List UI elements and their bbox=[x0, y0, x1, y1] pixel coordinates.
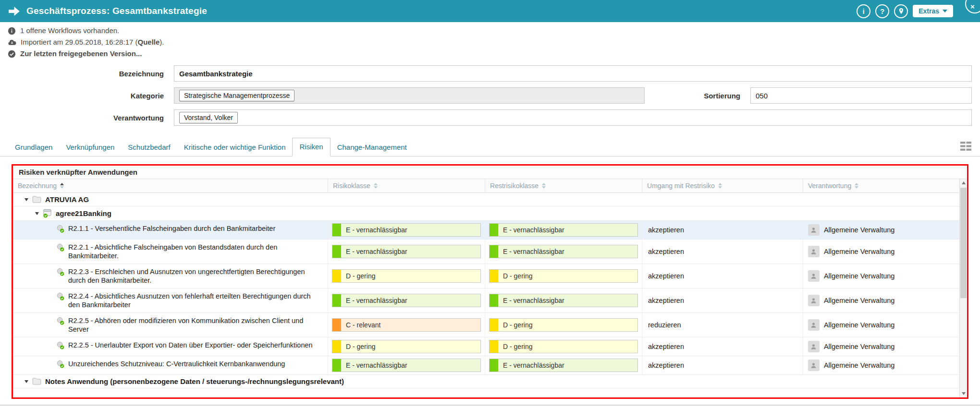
handling-label: akzeptieren bbox=[648, 248, 684, 255]
tree-group-row[interactable]: ATRUVIA AG bbox=[13, 193, 959, 206]
tab-grundlagen[interactable]: Grundlagen bbox=[8, 139, 59, 156]
responsible-cell: Allgemeine Verwaltung bbox=[803, 313, 959, 337]
sort-icons[interactable] bbox=[542, 183, 546, 189]
risk-class-swatch bbox=[332, 340, 341, 353]
responsible-label: Allgemeine Verwaltung bbox=[824, 272, 895, 280]
risk-name: R2.2.5 - Abhören oder modifizieren von K… bbox=[68, 316, 323, 334]
scroll-down-button[interactable] bbox=[960, 390, 967, 397]
close-button[interactable]: × bbox=[965, 0, 980, 13]
column-label: Bezeichnung bbox=[18, 182, 57, 190]
residual-class-label: D - gering bbox=[498, 272, 532, 280]
residual-class-swatch bbox=[490, 340, 498, 353]
risk-class-label: E - vernachlässigbar bbox=[341, 361, 407, 369]
workflow-notice-text: 1 offene Workflows vorhanden. bbox=[20, 26, 119, 36]
residual-class-cell: D - gering bbox=[485, 264, 642, 288]
risk-name-cell: R2.2.4 - Absichtliches Ausnutzen von feh… bbox=[13, 288, 328, 312]
risk-table-header: Bezeichnung Risikoklasse Restrisikoklass… bbox=[13, 179, 959, 193]
version-link[interactable]: Zur letzten freigegebenen Version... bbox=[20, 49, 142, 59]
page-title: Geschäftsprozess: Gesamtbankstrategie bbox=[26, 6, 207, 16]
risk-check-icon bbox=[56, 317, 65, 325]
risk-name: R2.1.1 - Versehentliche Falscheingaben d… bbox=[68, 224, 275, 233]
risk-row[interactable]: R2.2.5 - Abhören oder modifizieren von K… bbox=[13, 313, 959, 337]
risk-row[interactable]: Unzureichendes Schutzniveau: C-Vertrauli… bbox=[13, 356, 959, 375]
risk-name: R2.2.4 - Absichtliches Ausnutzen von feh… bbox=[68, 292, 323, 309]
help-button[interactable]: ? bbox=[875, 4, 889, 18]
column-header-verantwortung[interactable]: Verantwortung bbox=[803, 179, 959, 192]
residual-class-swatch bbox=[490, 319, 498, 331]
info-button[interactable]: i bbox=[857, 4, 870, 18]
risk-class-cell: E - vernachlässigbar bbox=[328, 288, 485, 312]
sort-icons[interactable] bbox=[374, 183, 378, 189]
extras-label: Extras bbox=[919, 7, 939, 15]
import-source-link[interactable]: Quelle bbox=[137, 38, 159, 46]
tree-group-row[interactable]: agree21Banking bbox=[13, 206, 959, 221]
risk-class-label: E - vernachlässigbar bbox=[341, 226, 407, 234]
tab-change-management[interactable]: Change-Management bbox=[331, 139, 414, 156]
tab-kritische-funktion[interactable]: Kritische oder wichtige Funktion bbox=[177, 139, 293, 156]
info-circle-icon bbox=[8, 27, 16, 35]
tab-risiken[interactable]: Risiken bbox=[292, 138, 330, 156]
verantwortung-label: Verantwortung bbox=[0, 114, 174, 122]
verantwortung-field[interactable]: Vorstand, Volker bbox=[174, 109, 972, 126]
risk-row[interactable]: R2.2.3 - Erschleichen und Ausnutzen von … bbox=[13, 264, 959, 288]
hint-pin-button[interactable] bbox=[894, 4, 908, 18]
pin-icon bbox=[898, 8, 905, 14]
collapse-caret-icon[interactable] bbox=[35, 212, 39, 215]
responsible-label: Allgemeine Verwaltung bbox=[824, 321, 895, 329]
sortierung-label: Sortierung bbox=[645, 92, 750, 100]
risk-class-cell: D - gering bbox=[328, 337, 485, 356]
app-window: Geschäftsprozess: Gesamtbankstrategie i … bbox=[0, 0, 980, 408]
responsible-label: Allgemeine Verwaltung bbox=[824, 297, 895, 304]
residual-class-label: E - vernachlässigbar bbox=[498, 361, 564, 369]
risk-name-cell: R2.2.3 - Erschleichen und Ausnutzen von … bbox=[13, 264, 328, 288]
risk-row[interactable]: R2.2.5 - Unerlaubter Export von Daten üb… bbox=[13, 337, 959, 356]
layout-grid-button[interactable] bbox=[960, 141, 972, 151]
bezeichnung-row: Bezeichnung Gesamtbankstrategie bbox=[0, 65, 972, 82]
handling-cell: akzeptieren bbox=[642, 264, 803, 288]
tree-group-row[interactable]: Notes Anwendung (personenbezogene Daten … bbox=[13, 375, 959, 388]
risk-check-icon bbox=[56, 243, 65, 252]
folder-icon bbox=[32, 196, 41, 203]
collapse-caret-icon[interactable] bbox=[24, 380, 28, 383]
sort-icons[interactable] bbox=[60, 183, 64, 189]
scroll-down-icon bbox=[962, 392, 966, 395]
risk-name: R2.2.5 - Unerlaubter Export von Daten üb… bbox=[68, 341, 313, 349]
person-icon bbox=[808, 224, 820, 236]
vertical-scrollbar[interactable] bbox=[959, 179, 967, 397]
sort-icons[interactable] bbox=[855, 183, 858, 189]
residual-class-cell: E - vernachlässigbar bbox=[485, 288, 642, 312]
scroll-up-button[interactable] bbox=[960, 179, 967, 187]
tab-verknuepfungen[interactable]: Verknüpfungen bbox=[59, 139, 121, 156]
column-header-restrisikoklasse[interactable]: Restrisikoklasse bbox=[485, 179, 642, 192]
risk-row[interactable]: R2.2.1 - Absichtliche Falscheingaben von… bbox=[13, 240, 959, 264]
column-header-risikoklasse[interactable]: Risikoklasse bbox=[328, 179, 485, 192]
extras-button[interactable]: Extras bbox=[913, 5, 953, 17]
residual-class-label: E - vernachlässigbar bbox=[498, 297, 564, 304]
sortierung-field[interactable]: 050 bbox=[750, 87, 972, 104]
bezeichnung-label: Bezeichnung bbox=[0, 70, 174, 78]
bezeichnung-field[interactable]: Gesamtbankstrategie bbox=[174, 65, 972, 82]
residual-class-label: D - gering bbox=[498, 343, 532, 350]
collapse-caret-icon[interactable] bbox=[24, 198, 28, 201]
sort-icons[interactable] bbox=[718, 183, 722, 189]
column-header-umgang[interactable]: Umgang mit Restrisiko bbox=[642, 179, 803, 192]
risk-row[interactable]: R2.1.1 - Versehentliche Falscheingaben d… bbox=[13, 221, 959, 240]
import-notice-suffix: ). bbox=[159, 38, 164, 46]
risk-check-icon bbox=[56, 341, 65, 350]
scrollbar-thumb[interactable] bbox=[960, 188, 967, 298]
kategorie-field[interactable]: Strategische Managementprozesse bbox=[174, 87, 645, 104]
verantwortung-tag[interactable]: Vorstand, Volker bbox=[179, 112, 238, 123]
kategorie-tag[interactable]: Strategische Managementprozesse bbox=[179, 90, 294, 101]
risk-row[interactable]: R2.2.4 - Absichtliches Ausnutzen von feh… bbox=[13, 288, 959, 313]
residual-class-label: E - vernachlässigbar bbox=[498, 226, 564, 234]
residual-class-chip: D - gering bbox=[489, 318, 638, 332]
residual-class-cell: E - vernachlässigbar bbox=[485, 240, 642, 264]
import-notice-text: Importiert am 29.05.2018, 16:28:17 (Quel… bbox=[21, 37, 164, 47]
column-header-bezeichnung[interactable]: Bezeichnung bbox=[13, 179, 328, 192]
column-label: Restrisikoklasse bbox=[490, 182, 539, 190]
tab-schutzbedarf[interactable]: Schutzbedarf bbox=[121, 139, 177, 156]
residual-class-chip: E - vernachlässigbar bbox=[489, 245, 638, 258]
responsible-cell: Allgemeine Verwaltung bbox=[803, 264, 959, 288]
risk-class-label: E - vernachlässigbar bbox=[341, 297, 407, 304]
app-icon bbox=[43, 209, 52, 218]
